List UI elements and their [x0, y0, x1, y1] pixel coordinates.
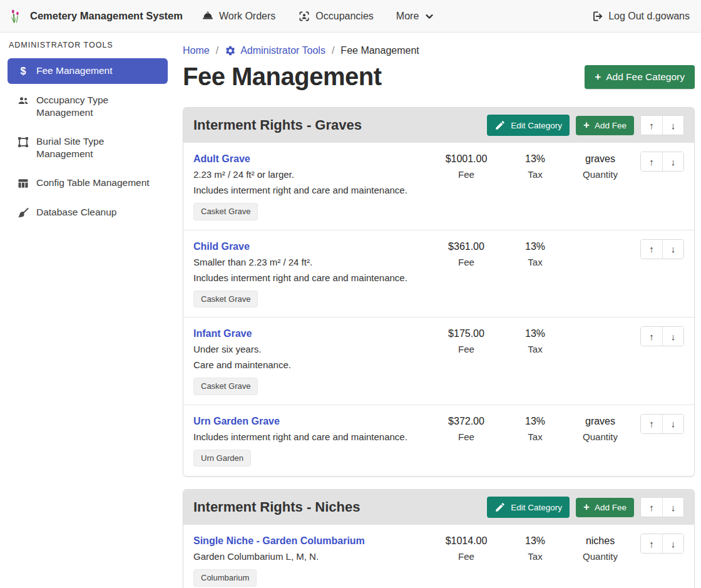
fee-quantity-column: graves Quantity	[568, 414, 633, 445]
arrow-up-icon: ↑	[649, 418, 654, 429]
fee-amount-column: $175.00 Fee	[430, 326, 503, 357]
chevron-down-icon	[424, 11, 435, 22]
page-header: Fee Management + Add Fee Category	[183, 63, 695, 91]
broom-icon	[16, 207, 30, 219]
category-reorder-group: ↑ ↓	[640, 497, 684, 517]
frame-icon	[16, 136, 30, 148]
move-fee-down-button[interactable]: ↓	[662, 415, 683, 433]
arrow-down-icon: ↓	[671, 157, 676, 167]
move-category-down-button[interactable]: ↓	[662, 116, 683, 135]
move-fee-down-button[interactable]: ↓	[662, 152, 683, 171]
fee-tax-value: 13%	[503, 326, 568, 341]
add-fee-category-label: Add Fee Category	[606, 71, 685, 83]
plus-icon: +	[595, 73, 601, 81]
move-category-down-button[interactable]: ↓	[662, 498, 683, 517]
move-fee-up-button[interactable]: ↑	[641, 152, 662, 171]
fee-reorder-group: ↑ ↓	[640, 326, 684, 346]
fee-amount-column: $361.00 Fee	[430, 239, 503, 270]
pencil-icon	[494, 120, 506, 131]
fee-tax-label: Tax	[503, 342, 568, 357]
fee-type-badge: Urn Garden	[193, 450, 251, 467]
sidebar-item-config-table[interactable]: Config Table Management	[8, 170, 168, 196]
arrow-down-icon: ↓	[671, 244, 676, 254]
arrow-up-icon: ↑	[649, 244, 654, 254]
fee-name-link[interactable]: Infant Grave	[193, 326, 252, 341]
fee-info: Urn Garden Grave Includes interment righ…	[193, 414, 430, 467]
move-fee-up-button[interactable]: ↑	[641, 415, 662, 433]
edit-category-label: Edit Category	[511, 121, 562, 130]
hard-hat-icon	[202, 10, 214, 23]
fee-reorder-group: ↑ ↓	[640, 414, 684, 434]
sidebar-item-burial-site-type[interactable]: Burial Site Type Management	[8, 129, 168, 167]
breadcrumb-home-link[interactable]: Home	[183, 45, 210, 56]
dollar-icon: $	[16, 65, 30, 78]
edit-category-button[interactable]: Edit Category	[487, 115, 570, 136]
nav-more[interactable]: More	[396, 11, 435, 22]
fee-reorder-group: ↑ ↓	[640, 239, 684, 259]
fee-amount-value: $175.00	[430, 326, 503, 341]
fee-quantity-column: niches Quantity	[568, 534, 633, 564]
fee-type-badge: Casket Grave	[193, 203, 258, 220]
categories-container: Interment Rights - Graves Edit Category …	[183, 107, 695, 588]
move-fee-up-button[interactable]: ↑	[641, 534, 662, 553]
nav-work-orders[interactable]: Work Orders	[202, 10, 275, 23]
page-title: Fee Management	[183, 63, 382, 91]
fee-category-card: Interment Rights - Niches Edit Category …	[183, 489, 695, 588]
move-fee-up-button[interactable]: ↑	[641, 240, 662, 259]
fee-badge-wrap: Columbarium	[193, 569, 430, 587]
arrow-down-icon: ↓	[671, 418, 676, 429]
breadcrumb-separator: /	[216, 45, 218, 56]
fee-name-link[interactable]: Adult Grave	[193, 152, 250, 167]
logout-icon	[591, 10, 603, 23]
fee-info: Child Grave Smaller than 2.23 m² / 24 ft…	[193, 239, 430, 308]
fee-description: Care and maintenance.	[193, 358, 430, 373]
fee-tax-label: Tax	[503, 430, 568, 445]
fee-tax-column: 13% Tax	[503, 326, 568, 357]
move-fee-down-button[interactable]: ↓	[662, 534, 683, 553]
fee-amount-value: $1001.00	[430, 152, 503, 167]
nav-occupancies[interactable]: Occupancies	[298, 10, 374, 23]
sidebar-item-fee-management[interactable]: $ Fee Management	[8, 58, 168, 84]
add-fee-button[interactable]: + Add Fee	[576, 498, 634, 517]
move-fee-down-button[interactable]: ↓	[662, 240, 683, 259]
fee-amount-column: $1001.00 Fee	[430, 152, 503, 182]
sidebar: ADMINISTRATOR TOOLS $ Fee Management Occ…	[0, 33, 175, 237]
add-fee-button[interactable]: + Add Fee	[576, 116, 634, 135]
fee-description: Includes interment right and care and ma…	[193, 430, 430, 445]
fee-description: Garden Columbarium L, M, N.	[193, 549, 430, 564]
fee-name-link[interactable]: Single Niche - Garden Columbarium	[193, 534, 365, 549]
occupancies-icon	[298, 10, 310, 23]
fee-tax-label: Tax	[503, 549, 568, 564]
move-fee-up-button[interactable]: ↑	[641, 327, 662, 346]
fee-name-link[interactable]: Child Grave	[193, 239, 250, 254]
fee-amount-value: $372.00	[430, 414, 503, 429]
breadcrumb-admin-link[interactable]: Administrator Tools	[225, 45, 325, 56]
breadcrumb: Home / Administrator Tools / Fee Managem…	[183, 45, 695, 56]
move-category-up-button[interactable]: ↑	[641, 116, 662, 135]
pencil-icon	[494, 502, 506, 513]
page-layout: ADMINISTRATOR TOOLS $ Fee Management Occ…	[0, 33, 701, 588]
fee-description: Includes interment right and care and ma…	[193, 271, 430, 286]
move-fee-down-button[interactable]: ↓	[662, 327, 683, 346]
fee-badge-wrap: Casket Grave	[193, 291, 430, 308]
arrow-up-icon: ↑	[649, 120, 654, 131]
fee-rows: Adult Grave 2.23 m² / 24 ft² or larger. …	[183, 143, 694, 476]
fee-amount-label: Fee	[430, 549, 503, 564]
sidebar-item-occupancy-type[interactable]: Occupancy Type Management	[8, 88, 168, 125]
top-navbar: Cemetery Management System Work Orders	[0, 0, 701, 33]
move-category-up-button[interactable]: ↑	[641, 498, 662, 517]
fee-info: Single Niche - Garden Columbarium Garden…	[193, 534, 430, 587]
nav-more-label: More	[396, 11, 419, 22]
arrow-up-icon: ↑	[649, 157, 654, 167]
fee-quantity-value: graves	[568, 414, 633, 429]
sidebar-item-database-cleanup[interactable]: Database Cleanup	[8, 200, 168, 225]
edit-category-button[interactable]: Edit Category	[487, 497, 570, 518]
logout-button[interactable]: Log Out d.gowans	[591, 10, 690, 23]
add-fee-category-button[interactable]: + Add Fee Category	[585, 65, 695, 89]
breadcrumb-separator: /	[332, 45, 334, 56]
nav-work-orders-label: Work Orders	[219, 11, 275, 22]
fee-name-link[interactable]: Urn Garden Grave	[193, 414, 280, 429]
fee-quantity-value: graves	[568, 152, 633, 167]
brand[interactable]: Cemetery Management System	[9, 8, 183, 24]
arrow-up-icon: ↑	[649, 539, 654, 549]
